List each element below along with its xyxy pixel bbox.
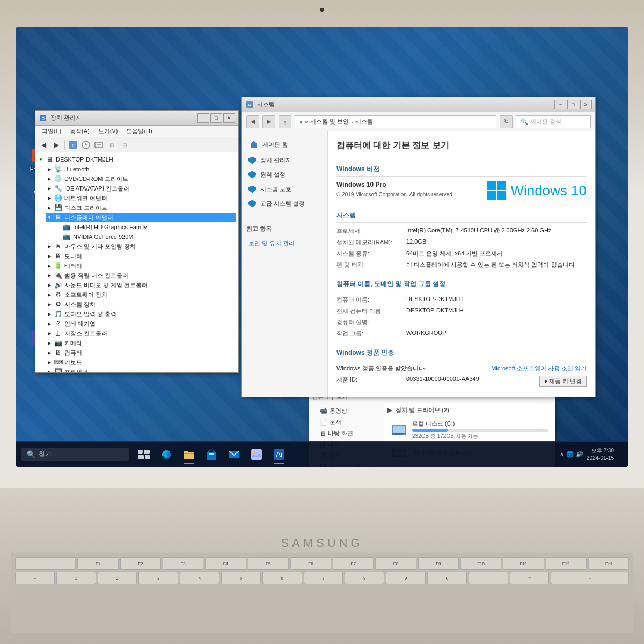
sidebar-remote[interactable]: 원격 설정 xyxy=(242,167,327,182)
key-f9[interactable]: F9 xyxy=(418,557,459,570)
key-f10[interactable]: F10 xyxy=(460,557,501,570)
taskbar-settings[interactable]: Ai xyxy=(268,444,290,465)
taskbar-mail[interactable] xyxy=(223,444,245,465)
sidebar-desktop[interactable]: 🖥 바탕 화면 xyxy=(309,428,384,439)
toolbar-scan[interactable] xyxy=(93,139,105,151)
menu-file[interactable]: 파일(F) xyxy=(38,126,65,136)
tree-monitor[interactable]: ▶ 🖥 모니터 xyxy=(46,251,236,261)
key-2[interactable]: 2 xyxy=(98,572,137,584)
tray-expand[interactable]: ∧ xyxy=(560,451,564,458)
local-disk-c[interactable]: 로컬 디스크 (C:) 232GB 중 172GB 사용 가능 xyxy=(387,418,552,442)
sidebar-system-protect[interactable]: 시스템 보호 xyxy=(242,182,327,196)
activation-link[interactable]: Microsoft 소프트웨어 사용 조건 읽기 xyxy=(491,364,587,372)
key-4[interactable]: 4 xyxy=(180,572,219,584)
system-minimize-button[interactable]: － xyxy=(554,100,566,109)
key-f4[interactable]: F4 xyxy=(205,557,246,570)
key-f11[interactable]: F11 xyxy=(503,557,544,570)
tree-ide[interactable]: ▶ 🔧 IDE ATA/ATAPI 컨트롤러 xyxy=(46,184,236,193)
key-equal[interactable]: = xyxy=(510,572,550,584)
key-6[interactable]: 6 xyxy=(262,572,302,584)
nav-forward[interactable]: ▶ xyxy=(262,115,275,128)
toolbar-more1[interactable]: ⊞ xyxy=(106,139,118,151)
toolbar-back[interactable]: ◀ xyxy=(38,139,49,151)
tree-audio-io[interactable]: ▶ 🎵 오디오 입력 및 출력 xyxy=(46,309,236,319)
key-f3[interactable]: F3 xyxy=(163,557,203,570)
key-9[interactable]: 9 xyxy=(386,572,426,584)
device-manager-titlebar[interactable]: ⚙ 장치 관리자 － □ ✕ xyxy=(35,111,238,126)
sidebar-advanced[interactable]: 고급 시스템 설정 xyxy=(242,196,327,211)
menu-view[interactable]: 보기(V) xyxy=(94,126,122,136)
key-fn[interactable] xyxy=(15,557,76,570)
key-f12[interactable]: F12 xyxy=(546,557,587,570)
taskbar-taskview[interactable] xyxy=(133,444,155,465)
toolbar-properties[interactable]: i xyxy=(67,139,79,151)
taskbar-time[interactable]: 오후 2:30 2024-01-15 xyxy=(587,447,614,462)
tree-mouse[interactable]: ▶ 🖱 마우스 및 기타 포인팅 장치 xyxy=(46,241,236,251)
key-f1[interactable]: F1 xyxy=(77,557,118,570)
tree-nvidia[interactable]: 📺 NVIDIA GeForce 920M xyxy=(55,232,236,241)
nav-refresh[interactable]: ↻ xyxy=(500,115,513,128)
key-1[interactable]: 1 xyxy=(56,572,96,584)
minimize-button[interactable]: － xyxy=(197,113,209,123)
key-minus[interactable]: - xyxy=(469,572,508,584)
key-f6[interactable]: F6 xyxy=(290,557,331,570)
tree-dvd[interactable]: ▶ 💿 DVD/CD-ROM 드라이브 xyxy=(46,174,236,184)
tree-print[interactable]: ▶ 🖨 인쇄 대기열 xyxy=(46,319,236,328)
tree-software-dev[interactable]: ▶ ⚙ 소프트웨어 장치 xyxy=(46,290,236,299)
key-3[interactable]: 3 xyxy=(138,572,178,584)
key-tilde[interactable]: ~ xyxy=(15,572,55,584)
taskbar-edge[interactable] xyxy=(156,444,177,465)
keyboard-area: F1 F2 F3 F4 F5 F6 F7 F8 F9 F10 F11 F12 D… xyxy=(11,553,633,633)
tree-disk[interactable]: ▶ 💾 디스크 드라이브 xyxy=(46,203,236,213)
tree-usb[interactable]: ▶ 🔌 범용 직렬 버스 컨트롤러 xyxy=(46,270,236,280)
key-del[interactable]: Del xyxy=(588,557,629,570)
key-5[interactable]: 5 xyxy=(221,572,261,584)
tree-bluetooth[interactable]: ▶ 📡 Bluetooth xyxy=(46,164,236,174)
nav-up[interactable]: ↑ xyxy=(279,115,291,128)
nav-search[interactable]: 🔍 제어판 검색 xyxy=(516,115,591,128)
tree-camera[interactable]: ▶ 📷 카메라 xyxy=(46,338,236,348)
tree-keyboard[interactable]: ▶ ⌨ 키보드 xyxy=(46,357,236,367)
key-f2[interactable]: F2 xyxy=(120,557,161,570)
tree-intel-gpu[interactable]: 📺 Intel(R) HD Graphics Family xyxy=(55,222,236,232)
sidebar-security[interactable]: 보안 및 유지 관리 xyxy=(242,236,327,251)
system-maximize-button[interactable]: □ xyxy=(567,100,579,109)
toolbar-forward[interactable]: ▶ xyxy=(50,139,62,151)
key-f5[interactable]: F5 xyxy=(248,557,289,570)
tree-storage[interactable]: ▶ 🗄 저장소 컨트롤러 xyxy=(46,328,236,338)
key-f7[interactable]: F7 xyxy=(333,557,374,570)
taskbar-file-explorer[interactable] xyxy=(178,444,200,465)
change-key-btn[interactable]: ♦ 제품 키 변경 xyxy=(539,376,587,387)
tree-root[interactable]: ▼ 🖥 DESKTOP-DKTMJLH xyxy=(38,155,236,164)
tree-battery[interactable]: ▶ 🔋 배터리 xyxy=(46,261,236,270)
tree-display[interactable]: ▼ 🖥 디스플레이 어댑터 xyxy=(46,213,236,222)
sidebar-home[interactable]: 제어판 홈 xyxy=(242,136,327,153)
tree-processor[interactable]: ▶ 🔲 프로세서 xyxy=(46,367,236,372)
sidebar-videos[interactable]: 📹 동영상 xyxy=(309,405,384,416)
system-close-button[interactable]: ✕ xyxy=(580,100,592,109)
activation-header: Windows 정품 인증 xyxy=(336,348,587,360)
system-info-titlebar[interactable]: 🖥 시스템 － □ ✕ xyxy=(242,97,595,112)
toolbar-more2[interactable]: ⊟ xyxy=(119,139,130,151)
close-button[interactable]: ✕ xyxy=(223,113,235,123)
tree-computer[interactable]: ▶ 🖥 컴퓨터 xyxy=(46,348,236,357)
maximize-button[interactable]: □ xyxy=(210,113,222,123)
nav-back[interactable]: ◀ xyxy=(246,115,259,128)
menu-action[interactable]: 동작(A) xyxy=(65,126,94,136)
sidebar-docs[interactable]: 📄 문서 xyxy=(309,416,384,428)
key-f8[interactable]: F8 xyxy=(375,557,416,570)
key-7[interactable]: 7 xyxy=(304,572,343,584)
sidebar-device-manager[interactable]: 장치 관리자 xyxy=(242,153,327,167)
menu-help[interactable]: 도움말(H) xyxy=(122,126,156,136)
tree-sound[interactable]: ▶ 🔊 사운드 비디오 및 게임 컨트롤러 xyxy=(46,280,236,290)
nav-path[interactable]: ♦ « 시스템 및 보안 › 시스템 xyxy=(295,115,496,128)
tree-network[interactable]: ▶ 🌐 네트워크 어댑터 xyxy=(46,193,236,203)
taskbar-photos[interactable] xyxy=(246,444,267,465)
taskbar-search[interactable]: 🔍 찾기 xyxy=(21,448,129,461)
tree-system-dev[interactable]: ▶ ⚙ 시스템 장치 xyxy=(46,299,236,309)
key-0[interactable]: 0 xyxy=(427,572,467,584)
toolbar-update[interactable] xyxy=(80,139,92,151)
key-8[interactable]: 8 xyxy=(345,572,384,584)
key-backspace[interactable]: ← xyxy=(551,572,629,584)
taskbar-store[interactable] xyxy=(201,444,222,465)
